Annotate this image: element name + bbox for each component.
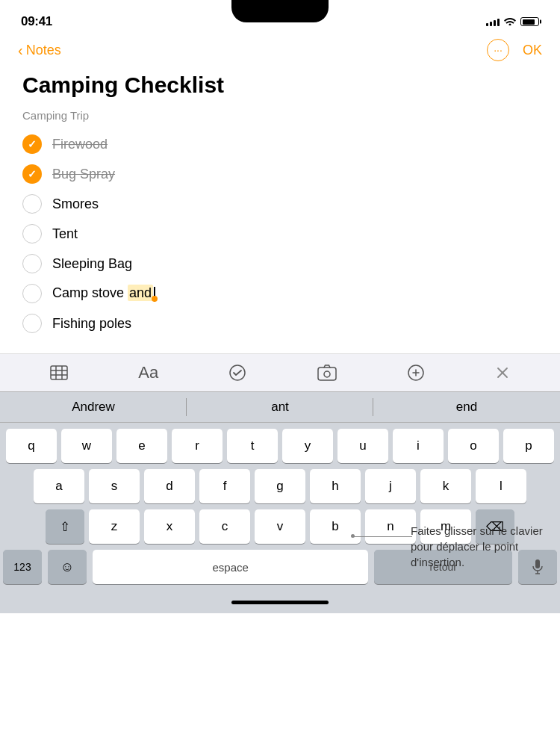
home-area xyxy=(0,593,560,613)
key-s[interactable]: s xyxy=(89,469,140,503)
checkmark-icon: ✓ xyxy=(28,168,37,180)
key-y[interactable]: y xyxy=(282,429,333,463)
list-item[interactable]: Sleeping Bag xyxy=(22,249,538,279)
more-icon: ··· xyxy=(494,44,503,56)
text-format-icon[interactable]: Aa xyxy=(138,363,158,382)
notch xyxy=(231,0,329,22)
annotation-dot xyxy=(351,534,355,538)
item-text: Firewood xyxy=(52,137,108,152)
item-text: Tent xyxy=(52,226,78,242)
note-content: Camping Checklist Camping Trip ✓ Firewoo… xyxy=(0,69,560,338)
key-r[interactable]: r xyxy=(172,429,223,463)
list-item[interactable]: Camp stove and xyxy=(22,279,538,308)
key-a[interactable]: a xyxy=(34,469,84,503)
key-d[interactable]: d xyxy=(144,469,195,503)
svg-point-5 xyxy=(230,365,245,380)
svg-point-7 xyxy=(324,371,330,377)
list-item[interactable]: Tent xyxy=(22,219,538,249)
key-l[interactable]: l xyxy=(476,469,526,503)
key-x[interactable]: x xyxy=(144,509,195,544)
nav-bar: ‹ Notes ··· OK xyxy=(0,33,560,69)
checkbox-checked[interactable]: ✓ xyxy=(22,134,42,154)
key-k[interactable]: k xyxy=(420,469,471,503)
key-o[interactable]: o xyxy=(448,429,499,463)
checkbox-unchecked[interactable] xyxy=(22,284,42,303)
phone-frame: 09:41 ‹ Notes xyxy=(0,0,560,735)
status-icons xyxy=(486,16,539,28)
key-t[interactable]: t xyxy=(227,429,278,463)
status-time: 09:41 xyxy=(21,14,52,29)
markup-icon[interactable] xyxy=(407,364,425,382)
key-g[interactable]: g xyxy=(255,469,305,503)
key-v[interactable]: v xyxy=(255,509,305,544)
nav-actions: ··· OK xyxy=(487,39,542,61)
autocomplete-suggestion[interactable]: Andrew xyxy=(0,392,187,422)
note-title: Camping Checklist xyxy=(22,72,538,99)
list-item[interactable]: ✓ Firewood xyxy=(22,129,538,159)
list-item[interactable]: ✓ Bug Spray xyxy=(22,159,538,189)
checkbox-unchecked[interactable] xyxy=(22,314,42,333)
keyboard-row-1: q w e r t y u i o p xyxy=(3,429,557,463)
table-icon[interactable] xyxy=(50,365,68,380)
key-h[interactable]: h xyxy=(310,469,361,503)
autocomplete-suggestion[interactable]: ant xyxy=(187,392,373,422)
emoji-key[interactable]: ☺ xyxy=(48,550,87,584)
back-button[interactable]: ‹ Notes xyxy=(18,43,61,58)
section-label: Camping Trip xyxy=(22,109,538,122)
checkbox-unchecked[interactable] xyxy=(22,194,42,214)
key-q[interactable]: q xyxy=(6,429,57,463)
key-j[interactable]: j xyxy=(365,469,416,503)
annotation-line xyxy=(352,536,412,537)
checkbox-unchecked[interactable] xyxy=(22,224,42,244)
shift-key[interactable]: ⇧ xyxy=(46,509,84,544)
checkmark-icon: ✓ xyxy=(28,138,37,150)
key-f[interactable]: f xyxy=(199,469,250,503)
key-n[interactable]: n xyxy=(365,509,416,544)
key-i[interactable]: i xyxy=(393,429,444,463)
key-e[interactable]: e xyxy=(116,429,167,463)
svg-rect-6 xyxy=(318,368,336,380)
checkbox-checked[interactable]: ✓ xyxy=(22,164,42,184)
battery-icon xyxy=(520,17,539,26)
svg-rect-0 xyxy=(51,366,67,379)
key-w[interactable]: w xyxy=(61,429,112,463)
autocomplete-bar: Andrew ant end xyxy=(0,391,560,423)
checkbox-unchecked[interactable] xyxy=(22,254,42,273)
key-z[interactable]: z xyxy=(89,509,140,544)
cursor-dot xyxy=(152,296,158,302)
formatting-toolbar: Aa xyxy=(0,353,560,391)
back-label: Notes xyxy=(26,43,61,58)
highlighted-text: and xyxy=(128,285,153,301)
home-indicator xyxy=(231,601,329,604)
key-p[interactable]: p xyxy=(503,429,554,463)
key-u[interactable]: u xyxy=(337,429,388,463)
space-key[interactable]: espace xyxy=(93,550,368,584)
item-text: Smores xyxy=(52,196,99,212)
chevron-left-icon: ‹ xyxy=(18,43,23,58)
signal-bars-icon xyxy=(486,17,500,26)
ok-button[interactable]: OK xyxy=(523,43,542,58)
item-text: Fishing poles xyxy=(52,316,131,332)
key-b[interactable]: b xyxy=(310,509,361,544)
numbers-key[interactable]: 123 xyxy=(3,550,42,584)
item-text: Sleeping Bag xyxy=(52,256,132,272)
list-item[interactable]: Smores xyxy=(22,189,538,219)
autocomplete-suggestion[interactable]: end xyxy=(373,392,560,422)
keyboard-row-2: a s d f g h j k l xyxy=(3,469,557,503)
key-c[interactable]: c xyxy=(199,509,250,544)
item-text: Bug Spray xyxy=(52,167,115,182)
checklist: ✓ Firewood ✓ Bug Spray Smores Tent xyxy=(22,129,538,338)
more-button[interactable]: ··· xyxy=(487,39,509,61)
item-text: Camp stove and xyxy=(52,285,158,301)
close-icon[interactable] xyxy=(495,365,510,380)
camera-icon[interactable] xyxy=(317,365,337,381)
annotation-text: Faites glisser sur le clavier pour dépla… xyxy=(411,523,545,570)
checklist-icon[interactable] xyxy=(228,364,246,382)
list-item[interactable]: Fishing poles xyxy=(22,308,538,338)
wifi-icon xyxy=(504,16,516,28)
